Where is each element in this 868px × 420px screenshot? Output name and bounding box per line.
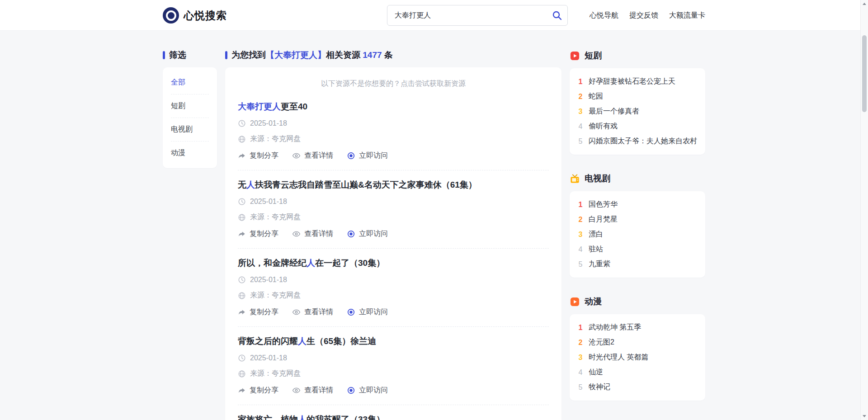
result-item: 所以，和金牌经纪人在一起了（30集） 2025-01-18 来源：夸克网盘 复制…	[238, 249, 549, 327]
rank-label: 偷听有戏	[589, 122, 618, 131]
rank-list-item[interactable]: 3 漂白	[578, 227, 697, 242]
rank-list-item[interactable]: 4 驻站	[578, 242, 697, 257]
rank-label: 国色芳华	[589, 200, 618, 209]
result-title[interactable]: 背叛之后的闪耀人生（65集）徐兰迪	[238, 335, 549, 347]
rank-list-item[interactable]: 4 仙逆	[578, 365, 697, 380]
result-actions: 复制分享 查看详情 立即访问	[238, 151, 549, 160]
rank-list-item[interactable]: 1 国色芳华	[578, 197, 697, 212]
header-nav: 心悦导航 提交反馈 大额流量卡	[590, 11, 705, 20]
results-heading: 为您找到【大奉打更人】相关资源 1477 条	[225, 50, 561, 61]
rank-label: 漂白	[589, 230, 603, 239]
rank-label: 武动乾坤 第五季	[589, 323, 641, 332]
rank-label: 仙逆	[589, 368, 603, 377]
view-detail-button[interactable]: 查看详情	[292, 229, 333, 239]
globe-icon	[238, 370, 246, 378]
visit-button[interactable]: 立即访问	[347, 229, 388, 239]
rank-label: 沧元图2	[589, 338, 614, 347]
scrollbar-thumb[interactable]	[862, 35, 867, 112]
clock-icon	[238, 119, 246, 127]
refresh-resources-link[interactable]: 以下资源不是你想要的？点击尝试获取新资源	[238, 79, 549, 92]
result-date: 2025-01-18	[238, 198, 549, 206]
brand-name: 心悦搜索	[184, 9, 227, 23]
brand[interactable]: 心悦搜索	[163, 7, 227, 24]
view-detail-button[interactable]: 查看详情	[292, 386, 333, 395]
rank-label: 蛇园	[589, 92, 603, 101]
result-source: 来源：夸克网盘	[238, 212, 549, 222]
result-title[interactable]: 家族将亡，植物人的我苏醒了（33集）	[238, 414, 549, 420]
rank-section-shortplay: 短剧 1 好孕甜妻被钻石老公宠上天 2 蛇园 3 最后一个修真者 4 偷听有戏	[570, 50, 705, 155]
result-title[interactable]: 无人扶我青云志我自踏雪至山巅&名动天下之家事难休（61集）	[238, 179, 549, 191]
rank-list-item[interactable]: 3 最后一个修真者	[578, 104, 697, 119]
nav-link-feedback[interactable]: 提交反馈	[629, 11, 658, 20]
eye-icon	[292, 151, 301, 160]
search-button[interactable]	[550, 8, 564, 23]
copy-share-button[interactable]: 复制分享	[238, 229, 278, 239]
eye-icon	[292, 230, 301, 238]
copy-share-button[interactable]: 复制分享	[238, 307, 278, 317]
rank-list-item[interactable]: 5 九重紫	[578, 257, 697, 272]
rank-label: 牧神记	[589, 382, 610, 392]
rankings-sidebar: 短剧 1 好孕甜妻被钻石老公宠上天 2 蛇园 3 最后一个修真者 4 偷听有戏	[570, 50, 705, 420]
result-item: 无人扶我青云志我自踏雪至山巅&名动天下之家事难休（61集） 2025-01-18…	[238, 170, 549, 249]
rank-list-item[interactable]: 2 沧元图2	[578, 335, 697, 350]
filter-item-anime[interactable]: 动漫	[171, 142, 209, 165]
tv-icon	[570, 174, 580, 184]
rank-title: 短剧	[585, 50, 602, 61]
scrollbar[interactable]	[860, 0, 868, 420]
rank-list-item[interactable]: 1 好孕甜妻被钻石老公宠上天	[578, 74, 697, 89]
rank-number: 5	[578, 383, 583, 392]
rank-label: 最后一个修真者	[589, 107, 639, 116]
rank-label: 好孕甜妻被钻石老公宠上天	[589, 77, 675, 86]
result-title[interactable]: 所以，和金牌经纪人在一起了（30集）	[238, 257, 549, 269]
result-title[interactable]: 大奉打更人更至40	[238, 101, 549, 113]
rank-list-item[interactable]: 4 偷听有戏	[578, 119, 697, 134]
result-date: 2025-01-18	[238, 354, 549, 362]
filter-item-shortplay[interactable]: 短剧	[171, 94, 209, 118]
result-actions: 复制分享 查看详情 立即访问	[238, 307, 549, 317]
visit-button[interactable]: 立即访问	[347, 386, 388, 395]
rank-list-item[interactable]: 2 白月梵星	[578, 212, 697, 227]
copy-share-button[interactable]: 复制分享	[238, 151, 278, 160]
result-actions: 复制分享 查看详情 立即访问	[238, 229, 549, 239]
view-detail-button[interactable]: 查看详情	[292, 151, 333, 160]
scrollbar-down-arrow[interactable]	[861, 412, 868, 420]
copy-share-button[interactable]: 复制分享	[238, 386, 278, 395]
result-source: 来源：夸克网盘	[238, 291, 549, 300]
play-badge-red-icon	[570, 51, 580, 61]
eye-icon	[292, 308, 301, 316]
filter-heading: 筛选	[163, 50, 217, 61]
nav-link-xinyue-daohang[interactable]: 心悦导航	[590, 11, 618, 20]
rank-list-item[interactable]: 5 牧神记	[578, 380, 697, 395]
filter-item-tv[interactable]: 电视剧	[171, 118, 209, 142]
rank-list-item[interactable]: 2 蛇园	[578, 89, 697, 104]
brand-logo-icon	[163, 7, 179, 24]
result-actions: 复制分享 查看详情 立即访问	[238, 386, 549, 395]
rank-number: 5	[578, 137, 583, 146]
rank-label: 驻站	[589, 245, 603, 254]
result-item: 大奉打更人更至40 2025-01-18 来源：夸克网盘 复制分享	[238, 92, 549, 170]
share-icon	[238, 230, 246, 238]
filter-item-all[interactable]: 全部	[171, 71, 209, 94]
search-input[interactable]	[387, 5, 568, 26]
nav-link-data-card[interactable]: 大额流量卡	[669, 11, 705, 20]
visit-radio-icon	[347, 151, 355, 160]
rank-number: 2	[578, 216, 583, 224]
rank-number: 3	[578, 354, 583, 362]
visit-radio-icon	[347, 386, 355, 395]
scrollbar-up-arrow[interactable]	[861, 0, 868, 8]
result-date: 2025-01-18	[238, 119, 549, 127]
view-detail-button[interactable]: 查看详情	[292, 307, 333, 317]
rank-title: 电视剧	[585, 173, 610, 184]
visit-button[interactable]: 立即访问	[347, 151, 388, 160]
rank-number: 4	[578, 245, 583, 254]
rank-list-item[interactable]: 3 时光代理人 英都篇	[578, 350, 697, 365]
clock-icon	[238, 276, 246, 284]
filter-sidebar: 筛选 全部 短剧 电视剧 动漫	[163, 50, 217, 420]
share-icon	[238, 308, 246, 316]
rank-list-item[interactable]: 5 闪婚京圈太子爷：夫人她来自农村	[578, 134, 697, 149]
globe-icon	[238, 213, 246, 222]
rank-number: 1	[578, 78, 583, 86]
visit-button[interactable]: 立即访问	[347, 307, 388, 317]
results-main: 为您找到【大奉打更人】相关资源 1477 条 以下资源不是你想要的？点击尝试获取…	[225, 50, 561, 420]
rank-list-item[interactable]: 1 武动乾坤 第五季	[578, 320, 697, 335]
